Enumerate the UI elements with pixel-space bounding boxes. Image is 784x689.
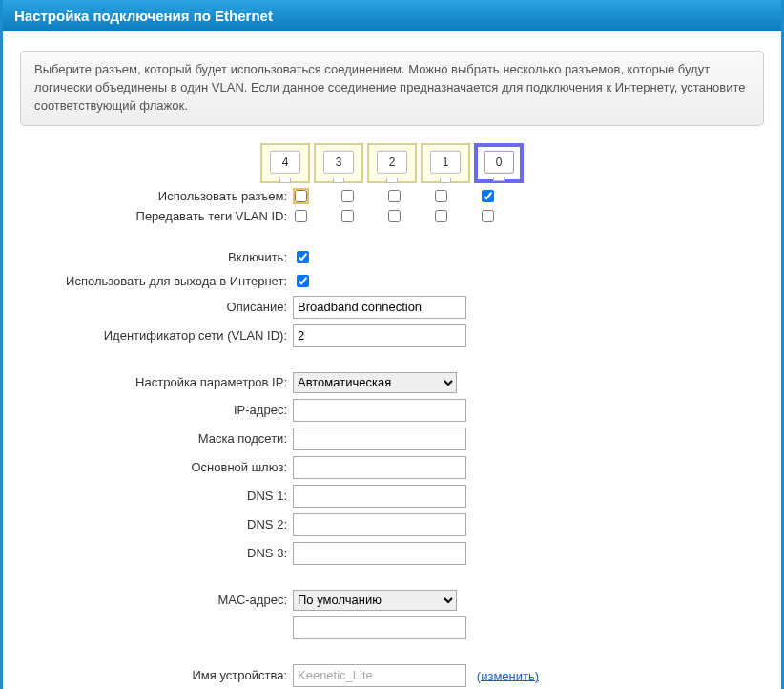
change-link[interactable]: (изменить)	[477, 668, 539, 682]
label-description: Описание:	[20, 300, 287, 314]
mac-select[interactable]: По умолчанию	[293, 590, 457, 611]
vlan-tags-checkbox-row	[293, 210, 764, 222]
use-internet-checkbox[interactable]	[297, 275, 309, 287]
vlan-id-input[interactable]	[293, 324, 466, 347]
label-ip: IP-адрес:	[20, 403, 287, 417]
label-mac: MAC-адрес:	[20, 593, 287, 607]
port-3[interactable]: 3	[314, 143, 363, 183]
use-port-0-checkbox[interactable]	[482, 190, 494, 202]
label-gateway: Основной шлюз:	[20, 460, 287, 474]
info-text: Выберите разъем, который будет использов…	[20, 51, 764, 126]
window-title: Настройка подключения по Ethernet	[3, 0, 781, 31]
use-port-3-checkbox[interactable]	[341, 190, 354, 202]
use-port-checkbox-row	[293, 190, 764, 202]
vlan-tag-2-checkbox[interactable]	[388, 210, 401, 222]
dns3-input[interactable]	[293, 542, 466, 565]
label-use-port: Использовать разъем:	[20, 189, 287, 203]
label-vlan-id: Идентификатор сети (VLAN ID):	[20, 328, 287, 343]
port-2[interactable]: 2	[367, 143, 417, 183]
vlan-tag-3-checkbox[interactable]	[341, 210, 354, 222]
vlan-tag-0-checkbox[interactable]	[482, 210, 494, 222]
mac-custom-input[interactable]	[293, 616, 466, 639]
port-0[interactable]: 0	[474, 143, 524, 183]
label-mask: Маска подсети:	[20, 431, 287, 446]
label-ip-settings: Настройка параметров IP:	[20, 375, 287, 389]
mask-input[interactable]	[293, 428, 466, 450]
use-port-1-checkbox[interactable]	[435, 190, 447, 202]
description-input[interactable]	[293, 296, 466, 319]
ip-input[interactable]	[293, 399, 466, 422]
dns2-input[interactable]	[293, 513, 466, 536]
window: Настройка подключения по Ethernet Выбери…	[0, 0, 784, 689]
dns1-input[interactable]	[293, 485, 466, 508]
label-vlan-tags: Передавать теги VLAN ID:	[20, 209, 287, 223]
label-use-internet: Использовать для выхода в Интернет:	[20, 274, 287, 288]
port-4[interactable]: 4	[260, 143, 310, 183]
vlan-tag-1-checkbox[interactable]	[435, 210, 447, 222]
vlan-tag-4-checkbox[interactable]	[295, 210, 307, 222]
port-selector: 4 3 2 1 0	[20, 143, 764, 183]
label-dns1: DNS 1:	[20, 489, 287, 503]
label-enable: Включить:	[20, 250, 287, 264]
device-name-input	[293, 664, 466, 687]
use-port-4-checkbox[interactable]	[295, 190, 307, 202]
port-1[interactable]: 1	[421, 143, 470, 183]
use-port-2-checkbox[interactable]	[388, 190, 401, 202]
label-dns3: DNS 3:	[20, 546, 287, 560]
ip-settings-select[interactable]: Автоматическая	[293, 372, 457, 393]
enable-checkbox[interactable]	[297, 251, 309, 263]
label-dns2: DNS 2:	[20, 517, 287, 532]
gateway-input[interactable]	[293, 456, 466, 479]
label-device-name: Имя устройства:	[20, 668, 287, 682]
content-area: Выберите разъем, который будет использов…	[3, 31, 781, 689]
